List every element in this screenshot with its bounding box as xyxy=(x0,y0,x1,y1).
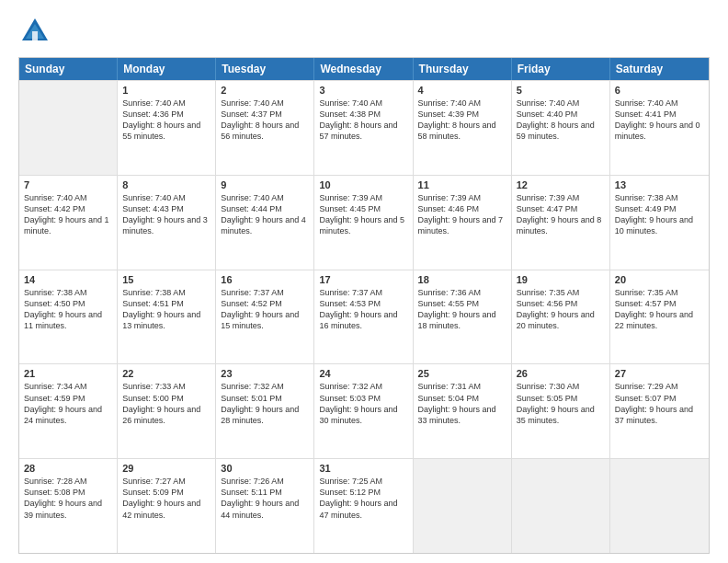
cal-day-23: 23Sunrise: 7:32 AM Sunset: 5:01 PM Dayli… xyxy=(216,364,314,458)
calendar-week-4: 21Sunrise: 7:34 AM Sunset: 4:59 PM Dayli… xyxy=(19,363,709,458)
cell-info: Sunrise: 7:29 AM Sunset: 5:07 PM Dayligh… xyxy=(615,381,704,426)
cal-day-19: 19Sunrise: 7:35 AM Sunset: 4:56 PM Dayli… xyxy=(512,270,610,364)
day-number: 26 xyxy=(517,368,605,379)
cell-info: Sunrise: 7:36 AM Sunset: 4:55 PM Dayligh… xyxy=(418,287,506,332)
cal-day-18: 18Sunrise: 7:36 AM Sunset: 4:55 PM Dayli… xyxy=(414,270,512,364)
cal-day-4: 4Sunrise: 7:40 AM Sunset: 4:39 PM Daylig… xyxy=(414,81,512,175)
cal-day-9: 9Sunrise: 7:40 AM Sunset: 4:44 PM Daylig… xyxy=(216,176,314,270)
cell-info: Sunrise: 7:32 AM Sunset: 5:03 PM Dayligh… xyxy=(319,381,407,426)
day-number: 30 xyxy=(221,463,309,474)
day-number: 13 xyxy=(615,179,704,190)
calendar-body: 1Sunrise: 7:40 AM Sunset: 4:36 PM Daylig… xyxy=(19,80,709,553)
cal-day-8: 8Sunrise: 7:40 AM Sunset: 4:43 PM Daylig… xyxy=(118,176,216,270)
day-number: 9 xyxy=(221,179,309,190)
cal-day-5: 5Sunrise: 7:40 AM Sunset: 4:40 PM Daylig… xyxy=(512,81,610,175)
cell-info: Sunrise: 7:39 AM Sunset: 4:47 PM Dayligh… xyxy=(517,192,605,237)
day-number: 2 xyxy=(221,85,309,96)
day-number: 20 xyxy=(615,274,704,285)
cal-day-16: 16Sunrise: 7:37 AM Sunset: 4:52 PM Dayli… xyxy=(216,270,314,364)
cal-day-25: 25Sunrise: 7:31 AM Sunset: 5:04 PM Dayli… xyxy=(414,364,512,458)
cal-day-14: 14Sunrise: 7:38 AM Sunset: 4:50 PM Dayli… xyxy=(19,270,118,364)
cell-info: Sunrise: 7:40 AM Sunset: 4:38 PM Dayligh… xyxy=(319,98,407,143)
calendar-week-3: 14Sunrise: 7:38 AM Sunset: 4:50 PM Dayli… xyxy=(19,270,709,364)
day-number: 25 xyxy=(418,368,506,379)
cal-day-15: 15Sunrise: 7:38 AM Sunset: 4:51 PM Dayli… xyxy=(118,270,216,364)
cell-info: Sunrise: 7:26 AM Sunset: 5:11 PM Dayligh… xyxy=(221,476,309,521)
cell-info: Sunrise: 7:38 AM Sunset: 4:51 PM Dayligh… xyxy=(122,287,210,332)
day-number: 8 xyxy=(122,179,210,190)
cal-empty xyxy=(19,81,118,175)
cal-day-27: 27Sunrise: 7:29 AM Sunset: 5:07 PM Dayli… xyxy=(610,364,709,458)
cell-info: Sunrise: 7:38 AM Sunset: 4:49 PM Dayligh… xyxy=(615,192,704,237)
cal-empty xyxy=(512,459,610,553)
cal-day-10: 10Sunrise: 7:39 AM Sunset: 4:45 PM Dayli… xyxy=(314,176,413,270)
cal-day-26: 26Sunrise: 7:30 AM Sunset: 5:05 PM Dayli… xyxy=(512,364,610,458)
cal-day-28: 28Sunrise: 7:28 AM Sunset: 5:08 PM Dayli… xyxy=(19,459,118,553)
cal-day-2: 2Sunrise: 7:40 AM Sunset: 4:37 PM Daylig… xyxy=(216,81,314,175)
cell-info: Sunrise: 7:34 AM Sunset: 4:59 PM Dayligh… xyxy=(24,381,112,426)
cell-info: Sunrise: 7:38 AM Sunset: 4:50 PM Dayligh… xyxy=(24,287,112,332)
cal-day-3: 3Sunrise: 7:40 AM Sunset: 4:38 PM Daylig… xyxy=(314,81,413,175)
day-number: 19 xyxy=(517,274,605,285)
day-number: 15 xyxy=(122,274,210,285)
calendar-week-5: 28Sunrise: 7:28 AM Sunset: 5:08 PM Dayli… xyxy=(19,458,709,553)
cal-day-1: 1Sunrise: 7:40 AM Sunset: 4:36 PM Daylig… xyxy=(118,81,216,175)
header-day-wednesday: Wednesday xyxy=(314,58,413,80)
cal-day-11: 11Sunrise: 7:39 AM Sunset: 4:46 PM Dayli… xyxy=(414,176,512,270)
cal-day-20: 20Sunrise: 7:35 AM Sunset: 4:57 PM Dayli… xyxy=(610,270,709,364)
cell-info: Sunrise: 7:40 AM Sunset: 4:43 PM Dayligh… xyxy=(122,192,210,237)
day-number: 11 xyxy=(418,179,506,190)
calendar: SundayMondayTuesdayWednesdayThursdayFrid… xyxy=(18,57,710,554)
cell-info: Sunrise: 7:35 AM Sunset: 4:57 PM Dayligh… xyxy=(615,287,704,332)
cell-info: Sunrise: 7:40 AM Sunset: 4:42 PM Dayligh… xyxy=(24,192,112,237)
day-number: 4 xyxy=(418,85,506,96)
day-number: 12 xyxy=(517,179,605,190)
cal-day-22: 22Sunrise: 7:33 AM Sunset: 5:00 PM Dayli… xyxy=(118,364,216,458)
svg-rect-2 xyxy=(32,31,38,40)
cell-info: Sunrise: 7:28 AM Sunset: 5:08 PM Dayligh… xyxy=(24,476,112,521)
cell-info: Sunrise: 7:30 AM Sunset: 5:05 PM Dayligh… xyxy=(517,381,605,426)
calendar-week-1: 1Sunrise: 7:40 AM Sunset: 4:36 PM Daylig… xyxy=(19,80,709,175)
day-number: 3 xyxy=(319,85,407,96)
calendar-week-2: 7Sunrise: 7:40 AM Sunset: 4:42 PM Daylig… xyxy=(19,175,709,270)
day-number: 31 xyxy=(319,463,407,474)
cell-info: Sunrise: 7:40 AM Sunset: 4:36 PM Dayligh… xyxy=(122,98,210,143)
cal-day-31: 31Sunrise: 7:25 AM Sunset: 5:12 PM Dayli… xyxy=(314,459,413,553)
cell-info: Sunrise: 7:40 AM Sunset: 4:44 PM Dayligh… xyxy=(221,192,309,237)
cal-day-17: 17Sunrise: 7:37 AM Sunset: 4:53 PM Dayli… xyxy=(314,270,413,364)
day-number: 7 xyxy=(24,179,112,190)
day-number: 22 xyxy=(122,368,210,379)
header xyxy=(18,15,710,48)
cell-info: Sunrise: 7:40 AM Sunset: 4:39 PM Dayligh… xyxy=(418,98,506,143)
page: SundayMondayTuesdayWednesdayThursdayFrid… xyxy=(0,0,728,563)
cell-info: Sunrise: 7:33 AM Sunset: 5:00 PM Dayligh… xyxy=(122,381,210,426)
day-number: 24 xyxy=(319,368,407,379)
day-number: 21 xyxy=(24,368,112,379)
day-number: 1 xyxy=(122,85,210,96)
cell-info: Sunrise: 7:27 AM Sunset: 5:09 PM Dayligh… xyxy=(122,476,210,521)
header-day-monday: Monday xyxy=(118,58,216,80)
cell-info: Sunrise: 7:40 AM Sunset: 4:41 PM Dayligh… xyxy=(615,98,704,143)
header-day-sunday: Sunday xyxy=(19,58,118,80)
calendar-header: SundayMondayTuesdayWednesdayThursdayFrid… xyxy=(19,58,709,80)
cal-day-12: 12Sunrise: 7:39 AM Sunset: 4:47 PM Dayli… xyxy=(512,176,610,270)
day-number: 5 xyxy=(517,85,605,96)
day-number: 27 xyxy=(615,368,704,379)
day-number: 23 xyxy=(221,368,309,379)
header-day-saturday: Saturday xyxy=(610,58,709,80)
header-day-thursday: Thursday xyxy=(414,58,512,80)
cell-info: Sunrise: 7:39 AM Sunset: 4:46 PM Dayligh… xyxy=(418,192,506,237)
cell-info: Sunrise: 7:40 AM Sunset: 4:40 PM Dayligh… xyxy=(517,98,605,143)
cell-info: Sunrise: 7:31 AM Sunset: 5:04 PM Dayligh… xyxy=(418,381,506,426)
logo xyxy=(18,15,57,48)
cal-day-29: 29Sunrise: 7:27 AM Sunset: 5:09 PM Dayli… xyxy=(118,459,216,553)
day-number: 18 xyxy=(418,274,506,285)
header-day-tuesday: Tuesday xyxy=(216,58,314,80)
day-number: 16 xyxy=(221,274,309,285)
cal-day-30: 30Sunrise: 7:26 AM Sunset: 5:11 PM Dayli… xyxy=(216,459,314,553)
logo-icon xyxy=(18,15,51,48)
day-number: 14 xyxy=(24,274,112,285)
day-number: 28 xyxy=(24,463,112,474)
cell-info: Sunrise: 7:37 AM Sunset: 4:52 PM Dayligh… xyxy=(221,287,309,332)
cell-info: Sunrise: 7:37 AM Sunset: 4:53 PM Dayligh… xyxy=(319,287,407,332)
